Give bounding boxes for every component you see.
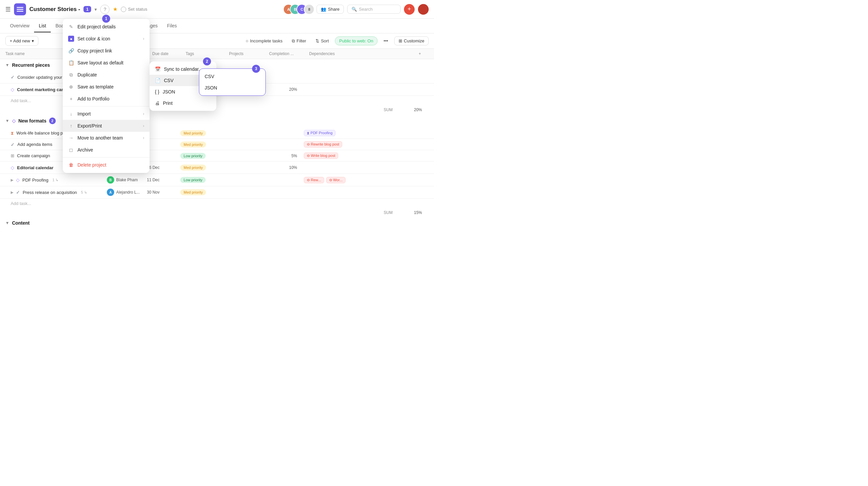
table-row[interactable]: ✓ Add agenda items Med priority ⊖ Rewrit… <box>0 139 434 150</box>
avatar-count: 8 <box>304 4 314 15</box>
set-status-btn[interactable]: Set status <box>121 7 147 12</box>
tab-files[interactable]: Files <box>162 20 182 32</box>
col-tags: Tags <box>186 52 229 56</box>
table-row[interactable]: ◇ Editorial calendar B Blake Pham 16 Dec… <box>0 162 434 174</box>
col-due-date: Due date <box>152 52 186 56</box>
task-status-done-icon: ✓ <box>11 142 15 147</box>
header: ☰ Customer Stories - 1 ▾ ? ★ Set status … <box>0 0 434 19</box>
share-icon: 👥 <box>321 7 326 12</box>
user-avatar[interactable] <box>418 4 429 15</box>
add-task-new-formats[interactable]: Add task... <box>0 199 434 208</box>
task-name-text: Create campaign <box>17 153 50 158</box>
tags-cell: Low priority <box>180 153 224 159</box>
dep-badge-write: ⊖ Write blog post <box>304 153 338 159</box>
col-dependencies: Dependencies <box>309 52 418 56</box>
tab-messages[interactable]: Messages <box>131 20 162 32</box>
svg-rect-2 <box>17 11 23 12</box>
section-recurrent-pieces[interactable]: ▼ Recurrent pieces <box>0 59 434 71</box>
task-status-grid-icon: ⊞ <box>11 153 14 158</box>
toolbar: + Add new ▾ ○ Incomplete tasks ⧉ Filter … <box>0 33 434 49</box>
table-row[interactable]: ◇ Content marketing campaign! B Blake Ph… <box>0 84 434 96</box>
team-avatars[interactable]: A B C 8 <box>283 3 313 15</box>
due-date-cell: 1 Nov <box>147 75 180 79</box>
dep-badge-rewrite: ⊖ Rewrite blog post <box>304 141 342 148</box>
low-priority-badge: Low priority <box>180 177 206 183</box>
tab-overview[interactable]: Overview <box>5 20 34 32</box>
app-icon[interactable] <box>14 3 26 15</box>
assignee-cell: A Alejandro L... <box>107 73 147 81</box>
task-status-done-icon: ✓ <box>16 190 20 195</box>
deps-cell: ⊖ Rewrite blog post <box>304 141 429 148</box>
assignee-avatar: B <box>107 176 114 184</box>
tab-board[interactable]: Board <box>51 20 72 32</box>
dep-badge-rew: ⊖ Rew... <box>304 177 324 183</box>
add-new-arrow-icon: ▾ <box>32 38 34 43</box>
expand-icon[interactable]: ▶ <box>11 190 13 195</box>
due-date-cell: 16 Dec <box>147 165 180 170</box>
table-row[interactable]: ⧗ Work-life balance blog post Med priori… <box>0 128 434 139</box>
table-row[interactable]: ▶ ✓ Press release on acquisition 5 ↳ A A… <box>0 186 434 199</box>
tab-list[interactable]: List <box>34 20 51 32</box>
project-title: Customer Stories - <box>29 6 80 13</box>
subtask-count: 1 ↳ <box>53 178 58 182</box>
assignee-name: Alejandro L... <box>116 190 140 195</box>
global-add-button[interactable]: + <box>404 4 415 15</box>
hamburger-icon[interactable]: ☰ <box>5 6 11 13</box>
table-body: ▼ Recurrent pieces ✓ Consider updating y… <box>0 59 434 243</box>
sum-row-recurrent: SUM 20% <box>0 105 434 114</box>
tags-cell: Med priority <box>180 165 224 170</box>
low-priority-badge: Low priority <box>180 153 206 159</box>
customize-button[interactable]: ⊞ Customize <box>394 36 429 45</box>
assignee-cell: B Blake Pham <box>107 86 147 93</box>
section-diamond-icon: ◇ <box>12 118 16 124</box>
tab-timeline[interactable]: Timeline <box>73 20 99 32</box>
assignee-cell: B Blake Pham <box>107 176 147 184</box>
sort-button[interactable]: ⇅ Sort <box>312 37 332 45</box>
filter-button[interactable]: ⧉ Filter <box>288 37 309 45</box>
task-name-text: Consider updating your project progres <box>18 75 92 80</box>
expand-icon[interactable]: ▶ <box>11 178 13 182</box>
assignee-name: Blake Pham <box>116 177 138 182</box>
subtask-count: 5 ↳ <box>81 190 87 195</box>
task-status-hourglass-icon: ⧗ <box>11 131 14 136</box>
dep-badge-pdf: ⧗ PDF Proofing <box>304 130 336 136</box>
deps-cell: ⊖ Rew... ⊖ Wor... <box>304 177 429 183</box>
svg-rect-0 <box>17 7 23 8</box>
tags-cell: Low priority <box>180 177 224 183</box>
search-box[interactable]: 🔍 Search <box>347 5 401 14</box>
section-caret-icon: ▼ <box>5 63 9 67</box>
task-name-text: PDF Proofing <box>22 177 49 183</box>
assignee-cell: B Blake Pham <box>107 164 147 171</box>
table-row[interactable]: ▶ ◇ PDF Proofing 1 ↳ B Blake Pham 11 Dec… <box>0 174 434 186</box>
col-projects: Projects <box>229 52 269 56</box>
task-name-text: Content marketing campaign! <box>17 87 78 92</box>
assignee-avatar: A <box>107 189 114 196</box>
favorite-icon[interactable]: ★ <box>113 6 118 12</box>
add-new-button[interactable]: + Add new ▾ <box>5 36 38 46</box>
section-content[interactable]: ▼ Content <box>0 217 434 229</box>
med-priority-badge: Med priority <box>180 165 206 170</box>
add-task-recurrent[interactable]: Add task... <box>0 96 434 105</box>
section-new-formats[interactable]: ▼ ◇ New formats 2 <box>0 114 434 128</box>
sum-row-new-formats: SUM 15% <box>0 208 434 217</box>
tags-cell: Med priority <box>180 87 224 93</box>
add-column-button[interactable]: + <box>418 52 429 56</box>
task-name-text: Press release on acquisition <box>23 190 77 195</box>
table-header: Task name Assignee Due date Tags Project… <box>0 49 434 59</box>
task-status-diamond-icon: ◇ <box>16 177 20 183</box>
incomplete-tasks-button[interactable]: ○ Incomplete tasks <box>242 37 286 45</box>
tags-cell: Med priority <box>180 189 224 195</box>
help-icon[interactable]: ? <box>100 5 110 14</box>
table-row[interactable]: ✓ Consider updating your project progres… <box>0 71 434 84</box>
public-to-web-button[interactable]: Public to web: On <box>335 36 378 45</box>
project-dropdown-arrow[interactable]: ▾ <box>94 7 97 12</box>
tab-dashboard[interactable]: Dashboard <box>99 20 132 32</box>
more-options-button[interactable]: ••• <box>380 37 392 45</box>
col-task-name: Task name <box>5 52 112 56</box>
share-button[interactable]: 👥 Share <box>316 5 344 14</box>
col-assignee: Assignee <box>112 52 152 56</box>
assignee-name: Blake Pham <box>116 87 138 92</box>
med-priority-badge: Med priority <box>180 130 206 136</box>
nav-tabs: Overview List Board Timeline Dashboard M… <box>0 19 434 33</box>
table-row[interactable]: ⊞ Create campaign Low priority 5% ⊖ Writ… <box>0 150 434 162</box>
